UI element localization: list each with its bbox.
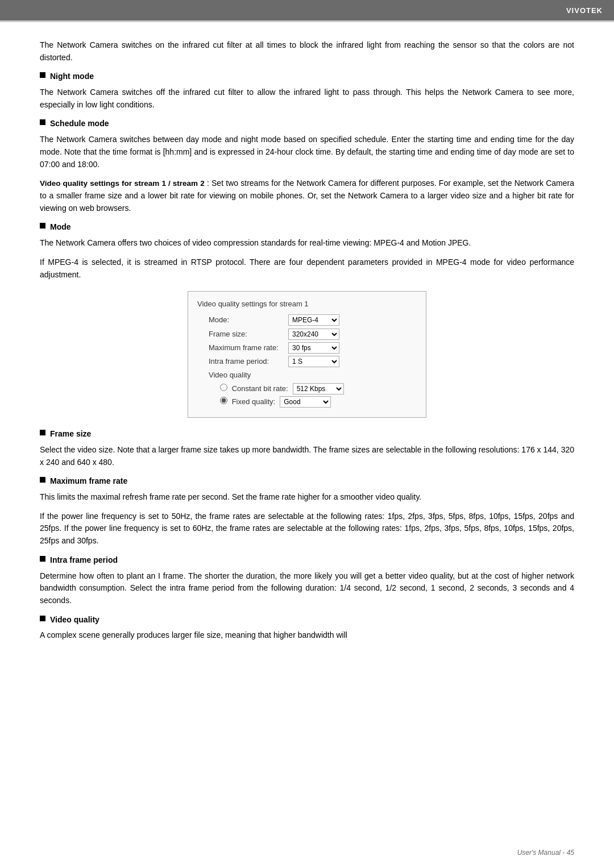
intra-frame-period-label: Intra frame period: bbox=[197, 356, 288, 367]
para-night-mode: The Network Camera switches off the infr… bbox=[40, 86, 574, 111]
bullet-intra-frame-period bbox=[40, 556, 45, 562]
para-power-line: If the power line frequency is set to 50… bbox=[40, 510, 574, 547]
constant-bit-rate-select[interactable]: 512 Kbps 256 Kbps 1 Mbps bbox=[293, 383, 344, 394]
constant-bit-rate-radio[interactable] bbox=[220, 384, 227, 391]
constant-bit-rate-text: Constant bit rate: bbox=[232, 384, 288, 393]
frame-size-select[interactable]: 320x240 176x144 640x480 bbox=[288, 329, 339, 340]
schedule-mode-section: Schedule mode bbox=[40, 118, 574, 130]
para-frame-size: Select the video size. Note that a large… bbox=[40, 444, 574, 468]
intra-frame-period-select[interactable]: 1 S 1/4 S 1/2 S 2 S 3 S 4 S bbox=[288, 356, 339, 367]
frame-size-title: Frame size bbox=[50, 428, 91, 441]
para-mode: The Network Camera offers two choices of… bbox=[40, 237, 574, 250]
max-frame-rate-label: Maximum frame rate: bbox=[197, 342, 288, 354]
frame-size-row: Frame size: 320x240 176x144 640x480 bbox=[197, 329, 414, 340]
mode-title: Mode bbox=[50, 221, 71, 234]
constant-bit-rate-row: Constant bit rate: 512 Kbps 256 Kbps 1 M… bbox=[197, 383, 414, 394]
vqs-intro-para: Video quality settings for stream 1 / st… bbox=[40, 177, 574, 214]
fixed-quality-text: Fixed quality: bbox=[232, 397, 276, 406]
vqs-highlight-text: Video quality settings for stream 1 / st… bbox=[40, 179, 205, 188]
bullet-max-frame-rate bbox=[40, 477, 45, 483]
video-quality-group-label: Video quality bbox=[197, 369, 288, 381]
night-mode-section: Night mode bbox=[40, 70, 574, 83]
mode-row: Mode: MPEG-4 Motion JPEG bbox=[197, 314, 414, 326]
max-frame-rate-title: Maximum frame rate bbox=[50, 475, 127, 488]
video-quality-title: Video quality bbox=[50, 614, 99, 626]
intra-frame-period-section: Intra frame period bbox=[40, 554, 574, 567]
para-mpeg4: If MPEG-4 is selected, it is streamed in… bbox=[40, 256, 574, 281]
fixed-quality-radio-label: Fixed quality: bbox=[197, 396, 275, 408]
video-quality-section: Video quality bbox=[40, 614, 574, 626]
bullet-mode bbox=[40, 223, 45, 229]
settings-box: Video quality settings for stream 1 Mode… bbox=[188, 291, 426, 418]
para-intra-frame: Determine how often to plant an I frame.… bbox=[40, 570, 574, 607]
max-frame-rate-section: Maximum frame rate bbox=[40, 475, 574, 488]
para-max-frame-rate: This limits the maximal refresh frame ra… bbox=[40, 491, 574, 504]
mode-section: Mode bbox=[40, 221, 574, 234]
bullet-schedule-mode bbox=[40, 119, 45, 125]
frame-size-label: Frame size: bbox=[197, 329, 288, 340]
night-mode-title: Night mode bbox=[50, 70, 94, 83]
bullet-night-mode bbox=[40, 72, 45, 78]
mode-label: Mode: bbox=[197, 314, 288, 326]
schedule-mode-title: Schedule mode bbox=[50, 118, 109, 130]
video-quality-group-row: Video quality bbox=[197, 369, 414, 381]
para-schedule-mode: The Network Camera switches between day … bbox=[40, 134, 574, 171]
intra-frame-period-row: Intra frame period: 1 S 1/4 S 1/2 S 2 S … bbox=[197, 356, 414, 367]
fixed-quality-row: Fixed quality: Good Normal Detailed Exce… bbox=[197, 396, 414, 408]
bullet-frame-size bbox=[40, 430, 45, 435]
intra-frame-period-title: Intra frame period bbox=[50, 554, 118, 567]
bullet-video-quality bbox=[40, 616, 45, 621]
fixed-quality-radio[interactable] bbox=[220, 397, 227, 404]
page-footer: User's Manual - 45 bbox=[517, 849, 574, 857]
page-header: VIVOTEK bbox=[0, 0, 614, 20]
page-content: The Network Camera switches on the infra… bbox=[0, 22, 614, 683]
fixed-quality-select[interactable]: Good Normal Detailed Excellent bbox=[280, 396, 331, 408]
constant-bit-rate-radio-label: Constant bit rate: bbox=[197, 383, 288, 394]
para-video-quality: A complex scene generally produces large… bbox=[40, 629, 574, 642]
max-frame-rate-select[interactable]: 30 fps 25 fps 20 fps 15 fps 10 fps bbox=[288, 342, 339, 354]
max-frame-rate-row: Maximum frame rate: 30 fps 25 fps 20 fps… bbox=[197, 342, 414, 354]
vivotek-logo: VIVOTEK bbox=[566, 6, 603, 15]
frame-size-section: Frame size bbox=[40, 428, 574, 441]
footer-text: User's Manual - 45 bbox=[517, 849, 574, 857]
para-infrared: The Network Camera switches on the infra… bbox=[40, 39, 574, 64]
settings-box-title: Video quality settings for stream 1 bbox=[197, 298, 414, 310]
vqs-colon: : bbox=[205, 178, 211, 188]
mode-select[interactable]: MPEG-4 Motion JPEG bbox=[288, 314, 339, 326]
